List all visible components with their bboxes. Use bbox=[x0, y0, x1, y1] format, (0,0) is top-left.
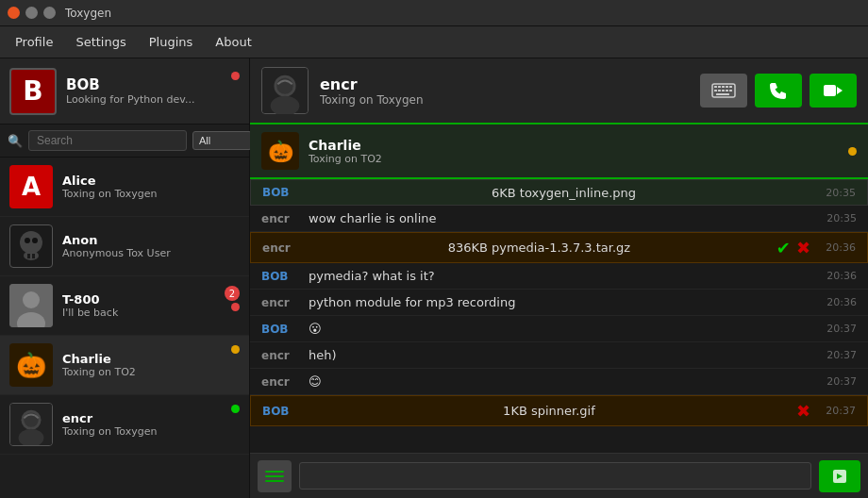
svg-rect-18 bbox=[714, 86, 717, 88]
hamburger-line bbox=[265, 480, 284, 482]
contact-name: Anon bbox=[62, 233, 171, 247]
status-indicator bbox=[231, 303, 240, 311]
contact-list: A Alice Toxing on Toxygen bbox=[0, 158, 249, 498]
message-badge: 2 bbox=[225, 286, 240, 301]
search-icon: 🔍 bbox=[8, 134, 23, 148]
message-content: 1KB spinner.gif bbox=[309, 404, 789, 418]
svg-rect-21 bbox=[726, 86, 728, 88]
message-sender: encr bbox=[261, 296, 309, 309]
person-icon bbox=[9, 284, 53, 327]
call-button[interactable] bbox=[755, 74, 802, 108]
chat-active-name: Charlie bbox=[309, 138, 382, 153]
app-title: Toxygen bbox=[65, 7, 111, 20]
message-content: 6KB toxygen_inline.png bbox=[309, 186, 818, 200]
file-reject-icon[interactable]: ✖ bbox=[796, 238, 810, 257]
message-sender: BOB bbox=[261, 270, 309, 283]
send-button[interactable] bbox=[819, 460, 860, 492]
svg-rect-19 bbox=[718, 86, 721, 88]
hamburger-line bbox=[265, 471, 284, 473]
message-content: pymedia? what is it? bbox=[309, 269, 819, 283]
contact-name: Alice bbox=[62, 174, 157, 188]
message-time: 20:36 bbox=[819, 270, 857, 282]
message-sender: encr bbox=[261, 212, 309, 225]
list-item[interactable]: T-800 I'll be back 2 bbox=[0, 276, 249, 336]
list-item[interactable]: encr Toxing on Toxygen bbox=[0, 395, 249, 455]
search-filter[interactable]: All Online Friends bbox=[192, 131, 252, 150]
table-row: encr 😊 20:37 bbox=[250, 369, 868, 395]
svg-rect-28 bbox=[716, 93, 729, 95]
close-button[interactable] bbox=[8, 7, 20, 19]
svg-point-0 bbox=[20, 231, 42, 254]
contact-info: Charlie Toxing on TO2 bbox=[62, 352, 136, 378]
message-sender: BOB bbox=[261, 323, 309, 336]
file-reject-icon[interactable]: ✖ bbox=[796, 401, 810, 421]
chat-active-status-dot bbox=[848, 147, 857, 156]
video-icon bbox=[823, 83, 843, 98]
current-user-status: Looking for Python dev... bbox=[66, 93, 194, 106]
message-sender: BOB bbox=[262, 405, 309, 418]
status-indicator bbox=[231, 405, 240, 413]
svg-point-2 bbox=[25, 238, 30, 243]
message-time: 20:35 bbox=[818, 187, 856, 199]
svg-rect-25 bbox=[722, 90, 725, 91]
send-icon bbox=[831, 468, 848, 485]
chat-menu-button[interactable] bbox=[258, 460, 292, 492]
chat-contact-details: Charlie Toxing on TO2 bbox=[309, 138, 382, 165]
table-row: encr python module for mp3 recording 20:… bbox=[250, 290, 868, 316]
table-row: encr heh) 20:37 bbox=[250, 342, 868, 369]
contact-name: encr bbox=[62, 411, 157, 425]
sidebar-user-info: BOB Looking for Python dev... bbox=[66, 76, 194, 106]
menu-profile[interactable]: Profile bbox=[4, 31, 64, 53]
svg-point-1 bbox=[24, 251, 39, 260]
list-item[interactable]: Anon Anonymous Tox User bbox=[0, 217, 249, 276]
sidebar-user-header: B BOB Looking for Python dev... bbox=[0, 58, 249, 124]
message-time: 20:35 bbox=[819, 212, 857, 224]
message-sender: encr bbox=[262, 241, 309, 255]
messages-area[interactable]: BOB 6KB toxygen_inline.png 20:35 encr wo… bbox=[250, 179, 868, 453]
message-sender: encr bbox=[261, 375, 309, 389]
chat-header-actions bbox=[700, 74, 857, 108]
chat-contact-avatar: 🎃 bbox=[261, 132, 299, 170]
list-item[interactable]: 🎃 Charlie Toxing on TO2 bbox=[0, 336, 249, 395]
contact-status: Toxing on TO2 bbox=[62, 366, 136, 378]
right-panel: encr Toxing on Toxygen bbox=[250, 58, 868, 498]
avatar bbox=[9, 224, 53, 268]
search-input[interactable] bbox=[28, 130, 187, 151]
contact-info: encr Toxing on Toxygen bbox=[62, 411, 157, 438]
contact-info: Alice Toxing on Toxygen bbox=[62, 174, 157, 200]
svg-marker-30 bbox=[837, 87, 843, 94]
chat-text-input[interactable] bbox=[299, 462, 811, 490]
sidebar: B BOB Looking for Python dev... 🔍 All On… bbox=[0, 58, 250, 498]
user-status-dot bbox=[231, 72, 240, 80]
avatar bbox=[9, 403, 53, 446]
file-accept-icon[interactable]: ✔ bbox=[776, 238, 791, 257]
avatar bbox=[9, 284, 53, 327]
message-time: 20:36 bbox=[818, 241, 856, 254]
message-content: python module for mp3 recording bbox=[309, 295, 819, 309]
chat-contact-name: encr bbox=[320, 75, 424, 93]
menu-about[interactable]: About bbox=[204, 31, 262, 53]
message-content: heh) bbox=[309, 348, 819, 362]
video-button[interactable] bbox=[810, 74, 857, 108]
minimize-button[interactable] bbox=[25, 7, 38, 19]
chat-header: encr Toxing on Toxygen bbox=[250, 58, 868, 124]
message-sender: BOB bbox=[262, 186, 309, 199]
svg-rect-27 bbox=[729, 90, 732, 91]
contact-status: I'll be back bbox=[62, 307, 118, 319]
maximize-button[interactable] bbox=[43, 7, 56, 19]
svg-rect-20 bbox=[722, 86, 725, 88]
list-item[interactable]: A Alice Toxing on Toxygen bbox=[0, 158, 249, 217]
hamburger-line bbox=[265, 475, 284, 477]
contact-status: Toxing on Toxygen bbox=[62, 188, 157, 200]
svg-rect-29 bbox=[824, 85, 836, 96]
message-content: 836KB pymedia-1.3.7.3.tar.gz bbox=[309, 241, 769, 255]
keyboard-button[interactable] bbox=[700, 74, 747, 108]
table-row: encr 836KB pymedia-1.3.7.3.tar.gz ✔ ✖ 20… bbox=[250, 232, 868, 263]
chat-input-area bbox=[250, 453, 868, 498]
menu-plugins[interactable]: Plugins bbox=[138, 31, 205, 53]
menu-settings[interactable]: Settings bbox=[64, 31, 137, 53]
avatar: 🎃 bbox=[9, 343, 53, 387]
contact-info: Anon Anonymous Tox User bbox=[62, 233, 171, 259]
message-time: 20:37 bbox=[818, 405, 856, 417]
contact-name: Charlie bbox=[62, 352, 136, 366]
